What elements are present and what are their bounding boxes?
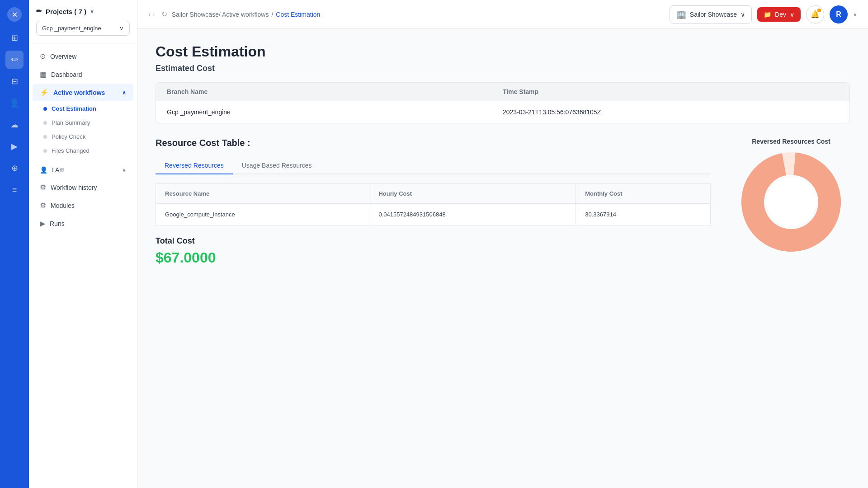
cost-estimation-label: Cost Estimation	[52, 105, 96, 112]
i-am-label: I Am	[52, 166, 65, 174]
notification-button[interactable]: 🔔	[806, 5, 824, 23]
active-workflows-subnav: Cost Estimation Plan Summary Policy Chec…	[29, 102, 137, 161]
tab-reversed-resources[interactable]: Reversed Resources	[156, 157, 233, 174]
sidebar-item-active-workflows[interactable]: ⚡ Active workflows ∧	[33, 84, 133, 101]
i-am-chevron-icon: ∨	[122, 167, 126, 173]
sidebar-item-modules[interactable]: ⚙ Modules	[33, 197, 133, 214]
env-chevron-icon: ∨	[790, 11, 794, 18]
breadcrumb-link-showcase[interactable]: Sailor Showcase/ Active workflows	[172, 11, 269, 18]
apps-icon[interactable]: ⊕	[5, 159, 24, 177]
ec-header: Branch Name Time Stamp	[156, 83, 849, 101]
forward-arrow-icon[interactable]: ›	[152, 10, 155, 19]
projects-chevron-icon: ∨	[90, 8, 94, 14]
sidebar-item-cost-estimation[interactable]: Cost Estimation	[29, 102, 137, 116]
dashboard-icon: ▦	[40, 70, 47, 79]
grid-icon[interactable]: ⊞	[5, 29, 24, 47]
layers-icon[interactable]: ⊟	[5, 72, 24, 90]
back-arrow-icon[interactable]: ‹	[148, 10, 151, 19]
hourly-cost-cell: 0.0415572484931506848	[369, 204, 576, 225]
sidebar-nav: ⊙ Overview ▦ Dashboard ⚡ Active workflow…	[29, 43, 137, 236]
sidebar-item-workflow-history[interactable]: ⚙ Workflow history	[33, 178, 133, 196]
files-changed-dot	[43, 149, 47, 153]
active-workflows-label: Active workflows	[53, 89, 105, 96]
workspace-button[interactable]: 🏢 Sailor Showcase ∨	[670, 5, 752, 23]
nav-arrows: ‹ ›	[148, 10, 155, 19]
table-row: Google_compute_instance 0.04155724849315…	[156, 204, 711, 225]
resource-cost-section: Resource Cost Table : Reversed Resources…	[156, 138, 850, 266]
sidebar-item-runs[interactable]: ▶ Runs	[33, 215, 133, 232]
files-changed-label: Files Changed	[52, 147, 90, 154]
ec-data-row: Gcp _payment_engine 2023-03-21T13:05:56:…	[156, 101, 849, 123]
avatar-label: R	[836, 10, 841, 19]
resource-cost-left: Resource Cost Table : Reversed Resources…	[156, 138, 711, 266]
projects-label: Projects ( 7 )	[46, 8, 86, 15]
page-title: Cost Estimation	[156, 43, 850, 60]
close-icon[interactable]: ✕	[7, 7, 22, 22]
avatar[interactable]: R	[830, 5, 848, 23]
tab-usage-based-resources[interactable]: Usage Based Resources	[233, 157, 321, 174]
env-label: Dev	[775, 11, 786, 18]
plan-summary-dot	[43, 121, 47, 125]
workspace-selector[interactable]: Gcp _payment_engine ∨	[36, 21, 130, 36]
resource-table-body: Google_compute_instance 0.04155724849315…	[156, 204, 711, 225]
play-icon[interactable]: ▶	[5, 137, 24, 155]
estimated-cost-table: Branch Name Time Stamp Gcp _payment_engi…	[156, 82, 850, 123]
sidebar-item-dashboard[interactable]: ▦ Dashboard	[33, 66, 133, 83]
workspace-dropdown-icon: ∨	[741, 11, 745, 18]
sidebar-item-policy-check[interactable]: Policy Check	[29, 130, 137, 144]
cost-estimation-dot	[43, 107, 47, 111]
content-area: Cost Estimation Estimated Cost Branch Na…	[137, 29, 868, 488]
runs-icon: ▶	[40, 219, 45, 228]
resource-name-cell: Google_compute_instance	[156, 204, 369, 225]
resource-table: Resource Name Hourly Cost Monthly Cost G…	[156, 183, 711, 225]
total-cost-value: $67.0000	[156, 249, 711, 266]
donut-chart: Reversed Resources Cost	[732, 138, 850, 252]
dashboard-label: Dashboard	[51, 71, 82, 78]
modules-icon: ⚙	[40, 201, 46, 210]
topbar-right: 🏢 Sailor Showcase ∨ 📁 Dev ∨ 🔔 R ∨	[670, 5, 857, 23]
sidebar-item-files-changed[interactable]: Files Changed	[29, 144, 137, 158]
policy-check-dot	[43, 135, 47, 139]
active-workflows-icon: ⚡	[40, 88, 49, 97]
avatar-chevron-icon[interactable]: ∨	[853, 11, 857, 18]
donut-svg	[741, 152, 841, 252]
col-header-monthly-cost: Monthly Cost	[576, 184, 711, 204]
breadcrumb-current: Cost Estimation	[276, 11, 320, 18]
workflow-history-label: Workflow history	[51, 184, 97, 191]
resource-table-header: Resource Name Hourly Cost Monthly Cost	[156, 184, 711, 204]
total-cost-label: Total Cost	[156, 236, 711, 246]
projects-button[interactable]: ✏ Projects ( 7 ) ∨	[36, 7, 130, 15]
estimated-cost-title: Estimated Cost	[156, 64, 850, 73]
sidebar-item-i-am[interactable]: 👤 I Am ∨	[33, 162, 133, 178]
col-header-hourly-cost: Hourly Cost	[369, 184, 576, 204]
user-icon[interactable]: 👤	[5, 94, 24, 112]
edit-icon[interactable]: ✏	[5, 51, 24, 69]
env-button[interactable]: 📁 Dev ∨	[757, 7, 801, 22]
breadcrumb-separator: /	[271, 11, 273, 18]
sidebar-item-plan-summary[interactable]: Plan Summary	[29, 116, 137, 130]
notification-badge	[817, 9, 821, 12]
ec-branch-name: Gcp _payment_engine	[167, 108, 503, 116]
ec-timestamp: 2023-03-21T13:05:56:076368105Z	[503, 108, 839, 116]
ec-header-timestamp: Time Stamp	[503, 88, 839, 95]
col-header-resource-name: Resource Name	[156, 184, 369, 204]
topbar: ‹ › ↻ Sailor Showcase/ Active workflows …	[137, 0, 868, 29]
overview-icon: ⊙	[40, 52, 46, 61]
modules-label: Modules	[51, 202, 75, 209]
cloud-icon[interactable]: ☁	[5, 116, 24, 134]
refresh-icon[interactable]: ↻	[161, 10, 167, 19]
workspace-label: Sailor Showcase	[690, 11, 737, 18]
icon-rail: ✕ ⊞ ✏ ⊟ 👤 ☁ ▶ ⊕ ≡	[0, 0, 29, 488]
plan-summary-label: Plan Summary	[52, 119, 90, 126]
monthly-cost-cell: 30.3367914	[576, 204, 711, 225]
sidebar-item-overview[interactable]: ⊙ Overview	[33, 47, 133, 65]
resource-tabs: Reversed Resources Usage Based Resources	[156, 157, 711, 174]
svg-point-2	[766, 177, 816, 227]
resource-cost-title: Resource Cost Table :	[156, 138, 711, 148]
workflow-history-icon: ⚙	[40, 183, 46, 192]
breadcrumb: ‹ › ↻ Sailor Showcase/ Active workflows …	[148, 10, 320, 19]
projects-icon: ✏	[36, 7, 42, 15]
active-workflows-chevron-icon: ∧	[122, 89, 126, 96]
chart-container: Reversed Resources Cost	[732, 138, 850, 266]
menu-icon[interactable]: ≡	[5, 181, 24, 199]
